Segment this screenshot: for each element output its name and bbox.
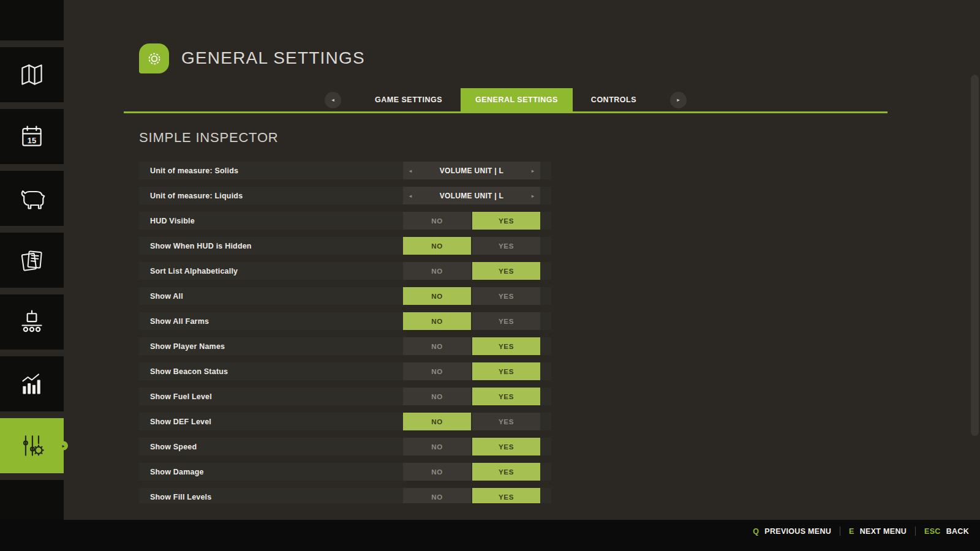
footer-divider	[840, 527, 840, 536]
sidebar-item-calendar[interactable]: 15	[0, 109, 64, 164]
active-item-notch: ▸	[59, 441, 68, 451]
toggle-group: NOYES	[403, 463, 540, 481]
toggle-yes-button[interactable]: YES	[472, 212, 540, 230]
hint-label: PREVIOUS MENU	[764, 527, 831, 536]
setting-label: Show When HUD is Hidden	[150, 242, 252, 250]
toggle-yes-button[interactable]: YES	[472, 388, 540, 405]
toggle-no-button[interactable]: NO	[403, 438, 471, 455]
toggle-no-button[interactable]: NO	[403, 413, 471, 430]
toggle-group: NOYES	[403, 312, 540, 330]
setting-row: Show When HUD is HiddenNOYES	[139, 237, 551, 255]
setting-row: Show Fill LevelsNOYES	[139, 488, 551, 503]
setting-row: Show All FarmsNOYES	[139, 312, 551, 330]
footer-hint-bar: QPREVIOUS MENUENEXT MENUESCBACK	[0, 520, 980, 551]
setting-label: HUD Visible	[150, 217, 195, 225]
page-title: GENERAL SETTINGS	[181, 48, 365, 68]
setting-label: Show Beacon Status	[150, 367, 228, 376]
toggle-yes-button[interactable]: YES	[472, 488, 540, 503]
tabs-next-button[interactable]	[670, 92, 687, 108]
setting-row: Show Player NamesNOYES	[139, 337, 551, 355]
setting-row: Show Beacon StatusNOYES	[139, 362, 551, 380]
toggle-yes-button[interactable]: YES	[472, 362, 540, 380]
svg-text:15: 15	[28, 136, 36, 145]
sidebar-item-animals[interactable]	[0, 171, 64, 226]
toggle-no-button[interactable]: NO	[403, 337, 471, 355]
setting-label: Show Damage	[150, 468, 204, 476]
selector-prev-icon[interactable]	[403, 162, 418, 179]
footer-divider	[915, 527, 916, 536]
setting-label: Show Speed	[150, 443, 197, 451]
section-title: SIMPLE INSPECTOR	[139, 130, 279, 146]
settings-gear-badge	[139, 43, 169, 73]
toggle-group: NOYES	[403, 287, 540, 305]
statistics-icon	[18, 370, 45, 397]
toggle-group: NOYES	[403, 362, 540, 380]
toggle-group: NOYES	[403, 488, 540, 503]
settings-sliders-icon	[18, 432, 45, 459]
sidebar-item-map[interactable]	[0, 47, 64, 102]
tab-controls[interactable]: CONTROLS	[576, 88, 651, 111]
toggle-yes-button[interactable]: YES	[472, 262, 540, 280]
value-selector: VOLUME UNIT | L	[403, 162, 540, 179]
toggle-group: NOYES	[403, 337, 540, 355]
setting-row: Unit of measure: SolidsVOLUME UNIT | L	[139, 162, 551, 179]
tab-bar: GAME SETTINGSGENERAL SETTINGSCONTROLS	[124, 88, 888, 113]
sidebar-item-production[interactable]	[0, 294, 64, 350]
hint-key: ESC	[924, 527, 941, 536]
sidebar-logo	[0, 0, 64, 40]
sidebar-item-settings[interactable]: ▸	[0, 418, 64, 473]
setting-label: Show DEF Level	[150, 418, 211, 426]
toggle-no-button[interactable]: NO	[403, 212, 471, 230]
setting-label: Show Fill Levels	[150, 493, 211, 501]
calendar-icon: 15	[18, 123, 45, 150]
tab-list: GAME SETTINGSGENERAL SETTINGSCONTROLS	[358, 88, 653, 111]
contracts-icon	[18, 247, 45, 274]
toggle-no-button[interactable]: NO	[403, 362, 471, 380]
sidebar: 15▸	[0, 0, 64, 551]
toggle-yes-button[interactable]: YES	[472, 237, 540, 255]
toggle-group: NOYES	[403, 388, 540, 405]
toggle-yes-button[interactable]: YES	[472, 337, 540, 355]
sidebar-item-statistics[interactable]	[0, 356, 64, 411]
toggle-no-button[interactable]: NO	[403, 237, 471, 255]
toggle-no-button[interactable]: NO	[403, 287, 471, 305]
production-icon	[18, 309, 45, 335]
toggle-no-button[interactable]: NO	[403, 388, 471, 405]
setting-row: Show DamageNOYES	[139, 463, 551, 481]
toggle-group: NOYES	[403, 413, 540, 430]
sidebar-item-contracts[interactable]	[0, 233, 64, 288]
toggle-yes-button[interactable]: YES	[472, 287, 540, 305]
toggle-group: NOYES	[403, 237, 540, 255]
setting-row: Show AllNOYES	[139, 287, 551, 305]
scrollbar-thumb[interactable]	[971, 75, 979, 436]
selector-value: VOLUME UNIT | L	[418, 167, 526, 175]
selector-prev-icon[interactable]	[403, 187, 418, 204]
setting-label: Show Fuel Level	[150, 392, 212, 401]
selector-next-icon[interactable]	[526, 187, 540, 204]
hint-label: BACK	[946, 527, 969, 536]
toggle-yes-button[interactable]: YES	[472, 413, 540, 430]
map-icon	[18, 61, 45, 88]
hint-key: E	[849, 527, 854, 536]
footer-hints: QPREVIOUS MENUENEXT MENUESCBACK	[753, 527, 969, 536]
toggle-no-button[interactable]: NO	[403, 312, 471, 330]
setting-label: Sort List Alphabetically	[150, 267, 238, 276]
toggle-yes-button[interactable]: YES	[472, 463, 540, 481]
toggle-yes-button[interactable]: YES	[472, 312, 540, 330]
setting-label: Show All	[150, 292, 183, 301]
selector-next-icon[interactable]	[526, 162, 540, 179]
tab-general-settings[interactable]: GENERAL SETTINGS	[461, 88, 573, 111]
setting-row: Sort List AlphabeticallyNOYES	[139, 262, 551, 280]
settings-list: Unit of measure: SolidsVOLUME UNIT | LUn…	[139, 162, 551, 503]
setting-label: Show All Farms	[150, 317, 209, 326]
screen: 15▸ GENERAL SETTINGS GAME SETTINGSGENERA…	[0, 0, 980, 551]
setting-row: Show DEF LevelNOYES	[139, 413, 551, 430]
tabs-prev-button[interactable]	[325, 92, 341, 108]
setting-row: Show SpeedNOYES	[139, 438, 551, 455]
toggle-no-button[interactable]: NO	[403, 488, 471, 503]
toggle-yes-button[interactable]: YES	[472, 438, 540, 455]
tab-game-settings[interactable]: GAME SETTINGS	[360, 88, 457, 111]
toggle-no-button[interactable]: NO	[403, 262, 471, 280]
toggle-no-button[interactable]: NO	[403, 463, 471, 481]
toggle-group: NOYES	[403, 262, 540, 280]
